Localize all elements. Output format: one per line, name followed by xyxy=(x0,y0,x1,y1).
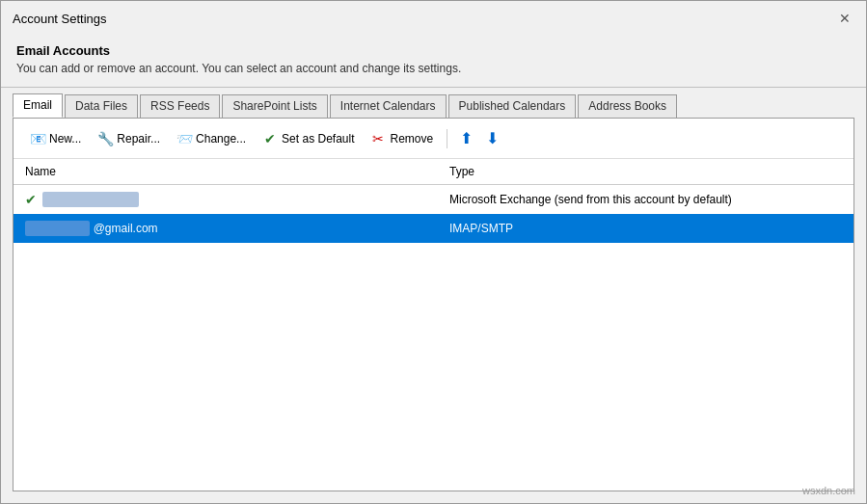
default-check-icon: ✔ xyxy=(25,192,37,207)
column-header-type: Type xyxy=(446,163,846,180)
set-default-label: Set as Default xyxy=(282,132,354,146)
account-name-1 xyxy=(42,192,139,207)
header-title: Email Accounts xyxy=(16,43,851,58)
new-label: New... xyxy=(49,132,81,146)
change-button[interactable]: 📨 Change... xyxy=(170,127,252,150)
set-default-button[interactable]: ✔ Set as Default xyxy=(256,127,360,150)
cell-type-1: Microsoft Exchange (send from this accou… xyxy=(446,191,846,208)
tab-sharepoint-lists[interactable]: SharePoint Lists xyxy=(222,94,327,118)
table-header: Name Type xyxy=(14,159,853,185)
tab-email[interactable]: Email xyxy=(13,93,63,118)
set-default-icon: ✔ xyxy=(261,130,279,147)
toolbar-separator xyxy=(447,129,447,148)
remove-icon: ✂ xyxy=(369,130,387,147)
column-header-name: Name xyxy=(21,163,446,180)
cell-type-2: IMAP/SMTP xyxy=(446,220,846,237)
tab-internet-calendars[interactable]: Internet Calendars xyxy=(330,94,447,118)
new-button[interactable]: 📧 New... xyxy=(23,127,87,150)
tab-address-books[interactable]: Address Books xyxy=(578,94,677,118)
table-row[interactable]: @gmail.com IMAP/SMTP xyxy=(14,214,853,243)
repair-label: Repair... xyxy=(117,132,160,146)
change-label: Change... xyxy=(196,132,246,146)
repair-button[interactable]: 🔧 Repair... xyxy=(91,127,166,150)
tab-rss-feeds[interactable]: RSS Feeds xyxy=(140,94,220,118)
account-email-domain-2: @gmail.com xyxy=(94,222,158,235)
title-bar: Account Settings ✕ xyxy=(1,1,866,34)
header-description: You can add or remove an account. You ca… xyxy=(16,62,851,75)
tabs-container: Email Data Files RSS Feeds SharePoint Li… xyxy=(1,88,866,118)
window-title: Account Settings xyxy=(13,12,107,26)
remove-button[interactable]: ✂ Remove xyxy=(364,127,439,150)
move-up-icon: ⬆ xyxy=(460,129,473,147)
cell-name-2: @gmail.com xyxy=(21,219,446,238)
close-button[interactable]: ✕ xyxy=(835,9,854,28)
cell-name-1: ✔ xyxy=(21,190,446,209)
move-down-button[interactable]: ⬇ xyxy=(481,126,503,150)
tab-data-files[interactable]: Data Files xyxy=(65,94,138,118)
account-table: Name Type ✔ Microsoft Exchange (send fro… xyxy=(14,159,853,491)
toolbar: 📧 New... 🔧 Repair... 📨 Change... ✔ Set a… xyxy=(14,119,853,159)
repair-icon: 🔧 xyxy=(96,130,114,147)
header-section: Email Accounts You can add or remove an … xyxy=(1,34,866,88)
table-row[interactable]: ✔ Microsoft Exchange (send from this acc… xyxy=(14,185,853,214)
tab-published-calendars[interactable]: Published Calendars xyxy=(448,94,577,118)
change-icon: 📨 xyxy=(176,130,193,147)
new-icon: 📧 xyxy=(29,130,46,147)
tabs: Email Data Files RSS Feeds SharePoint Li… xyxy=(13,93,854,118)
move-up-button[interactable]: ⬆ xyxy=(455,126,477,150)
move-down-icon: ⬇ xyxy=(486,129,499,147)
watermark: wsxdn.com xyxy=(802,485,855,496)
remove-label: Remove xyxy=(390,132,433,146)
content-area: 📧 New... 🔧 Repair... 📨 Change... ✔ Set a… xyxy=(13,118,854,491)
account-name-2 xyxy=(25,221,90,236)
